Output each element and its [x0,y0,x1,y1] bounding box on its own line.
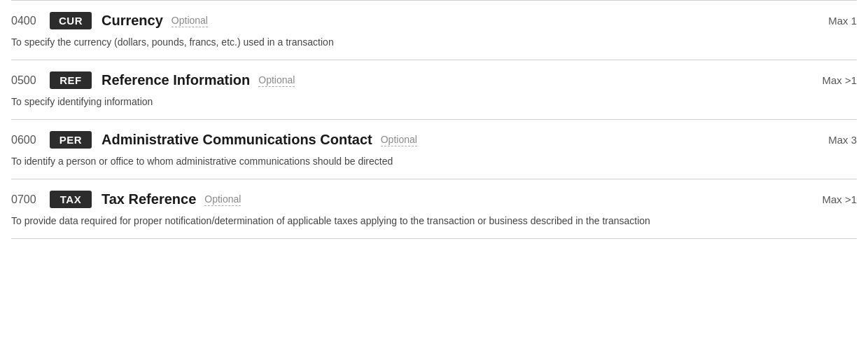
segment-number: 0500 [11,74,50,87]
segment-header: 0700TAXTax ReferenceOptionalMax >1 [11,191,857,208]
segment-badge[interactable]: REF [50,71,92,89]
segment-description: To specify identifying information [11,95,857,109]
segment-row: 0700TAXTax ReferenceOptionalMax >1To pro… [11,179,857,239]
segment-description: To provide data required for proper noti… [11,214,857,228]
segment-badge[interactable]: TAX [50,191,92,208]
segment-row: 0400CURCurrencyOptionalMax 1To specify t… [11,0,857,60]
segment-row: 0600PERAdministrative Communications Con… [11,119,857,179]
segment-optional-label: Optional [258,74,295,87]
segment-optional-label: Optional [381,134,417,146]
segment-optional-label: Optional [204,193,241,206]
segment-title: Reference Information [102,72,250,88]
segment-number: 0400 [11,15,50,27]
segment-description: To identify a person or office to whom a… [11,154,857,169]
segment-max-label: Max >1 [822,74,857,86]
segment-optional-label: Optional [172,15,208,27]
segment-row: 0500REFReference InformationOptionalMax … [11,60,857,119]
segment-number: 0600 [11,134,50,146]
segment-header: 0400CURCurrencyOptionalMax 1 [11,12,857,29]
segment-title: Tax Reference [102,191,196,207]
segment-max-label: Max >1 [822,193,857,205]
segment-title: Currency [102,13,163,29]
segment-header: 0600PERAdministrative Communications Con… [11,131,857,149]
segment-max-label: Max 1 [828,15,857,27]
segment-title: Administrative Communications Contact [102,132,372,148]
segment-badge[interactable]: CUR [50,12,92,29]
segment-number: 0700 [11,193,50,206]
segment-header: 0500REFReference InformationOptionalMax … [11,71,857,89]
segment-description: To specify the currency (dollars, pounds… [11,35,857,50]
segment-badge[interactable]: PER [50,131,92,149]
segment-max-label: Max 3 [828,134,857,146]
segments-container: 0400CURCurrencyOptionalMax 1To specify t… [0,0,868,239]
